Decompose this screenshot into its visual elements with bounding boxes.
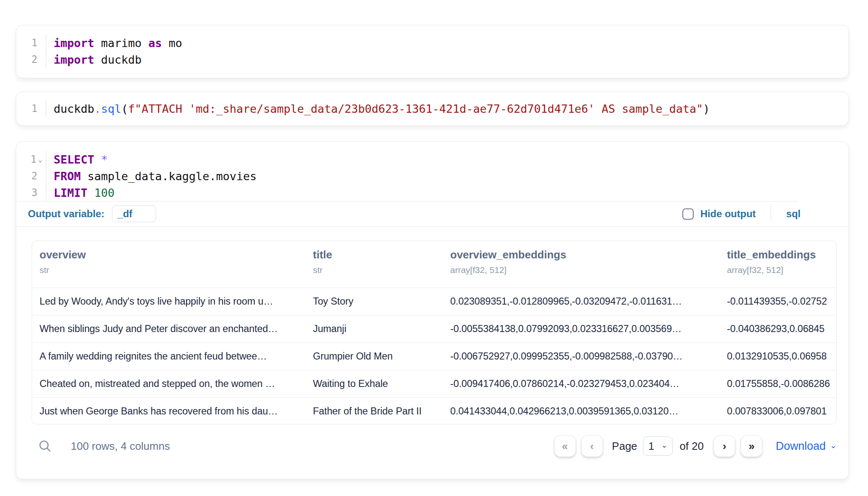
code-token: as	[149, 37, 162, 50]
table-row[interactable]: Just when George Banks has recovered fro…	[32, 397, 836, 424]
code-cell-imports[interactable]: 1 import marimo as mo 2 import duckdb	[16, 25, 849, 78]
table-row[interactable]: A family wedding reignites the ancient f…	[32, 342, 836, 370]
code-line[interactable]: 2 FROM sample_data.kaggle.movies	[16, 168, 848, 184]
download-label: Download	[776, 440, 826, 453]
cell-overview: Just when George Banks has recovered fro…	[32, 406, 305, 417]
code-token: f"ATTACH 'md:_share/sample_data/23b0d623…	[128, 102, 703, 115]
cell-overview-embeddings: 0.023089351,-0.012809965,-0.03209472,-0.…	[443, 296, 719, 307]
code-token: LIMIT	[54, 186, 87, 199]
cell-overview-embeddings: -0.006752927,0.099952355,-0.009982588,-0…	[443, 351, 719, 362]
sql-cell-footer: Output variable: Hide output sql	[16, 201, 848, 227]
download-button[interactable]: Download ⌄	[776, 440, 837, 453]
language-toggle-sql[interactable]: sql	[786, 208, 801, 220]
cell-overview: A family wedding reignites the ancient f…	[32, 351, 305, 362]
line-number: 1	[16, 100, 46, 117]
total-pages-label: of 20	[680, 440, 704, 453]
line-number: 1⌄	[16, 151, 46, 168]
code-line[interactable]: 2 import duckdb	[16, 51, 848, 68]
code-line[interactable]: 1 import marimo as mo	[16, 35, 848, 51]
cell-overview-embeddings: -0.0055384138,0.07992093,0.023316627,0.0…	[443, 323, 719, 335]
column-header-title[interactable]: title str	[305, 248, 443, 288]
chevron-down-icon: ⌄	[661, 440, 667, 450]
cell-overview-embeddings: 0.041433044,0.042966213,0.0039591365,0.0…	[443, 406, 719, 417]
column-header-overview-embeddings[interactable]: overview_embeddings array[f32, 512]	[443, 248, 719, 288]
code-cell-attach[interactable]: 1 duckdb.sql(f"ATTACH 'md:_share/sample_…	[16, 92, 849, 126]
cell-title-embeddings: -0.040386293,0.06845	[719, 323, 836, 335]
divider	[771, 206, 771, 222]
output-variable-input[interactable]	[112, 206, 156, 222]
code-text: import marimo as mo	[46, 37, 182, 50]
cell-overview: Cheated on, mistreated and stepped on, t…	[32, 378, 305, 389]
cell-title-embeddings: 0.007833006,0.097801	[719, 406, 836, 417]
page-select[interactable]: 1 ⌄	[643, 436, 673, 456]
line-number: 2	[16, 168, 46, 184]
cell-title-embeddings: -0.011439355,-0.02752	[719, 296, 836, 307]
page-select-value: 1	[648, 440, 654, 452]
first-page-button[interactable]: «	[554, 435, 576, 457]
code-text: duckdb.sql(f"ATTACH 'md:_share/sample_da…	[46, 102, 710, 115]
table-footer: 100 rows, 4 columns « ‹ Page 1 ⌄ of 20 ›…	[32, 434, 837, 459]
chevron-down-icon: ⌄	[830, 440, 837, 450]
cell-output: overview str title str overview_embeddin…	[16, 227, 848, 480]
search-icon[interactable]	[37, 439, 52, 454]
code-token: marimo	[94, 37, 149, 50]
code-text: SELECT *	[46, 153, 108, 166]
column-header-title-embeddings[interactable]: title_embeddings array[f32, 512]	[719, 248, 836, 288]
cell-title: Waiting to Exhale	[305, 378, 443, 389]
code-token	[87, 186, 94, 199]
table-row[interactable]: Led by Woody, Andy's toys live happily i…	[32, 288, 836, 315]
code-token: duckdb	[54, 102, 94, 115]
table-header-row: overview str title str overview_embeddin…	[32, 241, 836, 288]
line-number: 1	[16, 35, 46, 51]
row-count-status: 100 rows, 4 columns	[71, 440, 170, 453]
code-line[interactable]: 1 duckdb.sql(f"ATTACH 'md:_share/sample_…	[16, 100, 848, 117]
output-variable-label: Output variable:	[28, 208, 104, 220]
code-token: import	[54, 37, 94, 50]
code-token: FROM	[54, 170, 81, 183]
code-text: LIMIT 100	[46, 186, 114, 199]
code-token: )	[703, 102, 710, 115]
column-header-overview[interactable]: overview str	[32, 248, 305, 288]
code-editor[interactable]: 1⌄ SELECT * 2 FROM sample_data.kaggle.mo…	[16, 142, 848, 201]
code-token: SELECT	[54, 153, 94, 166]
code-token: mo	[162, 37, 182, 50]
code-editor[interactable]: 1 duckdb.sql(f"ATTACH 'md:_share/sample_…	[16, 92, 848, 117]
code-token: duckdb	[94, 53, 142, 66]
page-label: Page	[612, 440, 637, 453]
next-page-button[interactable]: ›	[714, 435, 735, 457]
last-page-button[interactable]: »	[741, 435, 762, 457]
code-line[interactable]: 3 LIMIT 100	[16, 184, 848, 201]
code-token: sql	[101, 102, 122, 115]
hide-output-label: Hide output	[700, 208, 756, 220]
pagination: « ‹ Page 1 ⌄ of 20 › » Download ⌄	[554, 435, 837, 457]
dataframe-table: overview str title str overview_embeddin…	[32, 241, 837, 424]
sql-cell: 1⌄ SELECT * 2 FROM sample_data.kaggle.mo…	[16, 141, 849, 479]
prev-page-button[interactable]: ‹	[581, 435, 603, 457]
code-text: import duckdb	[46, 53, 141, 66]
cell-overview-embeddings: -0.009417406,0.07860214,-0.023279453,0.0…	[443, 378, 719, 389]
code-line[interactable]: 1⌄ SELECT *	[16, 151, 848, 168]
code-token: *	[101, 153, 108, 166]
fold-chevron-icon[interactable]: ⌄	[38, 156, 42, 163]
cell-title: Toy Story	[305, 296, 443, 307]
code-token: sample_data.kaggle.movies	[81, 170, 257, 183]
cell-title-embeddings: 0.01755858,-0.0086286	[719, 378, 836, 389]
code-text: FROM sample_data.kaggle.movies	[46, 170, 257, 183]
marimo-notebook: 1 import marimo as mo 2 import duckdb 1 …	[0, 0, 868, 496]
cell-overview: Led by Woody, Andy's toys live happily i…	[32, 296, 305, 307]
cell-title: Grumpier Old Men	[305, 351, 443, 362]
line-number: 3	[16, 184, 46, 201]
cell-overview: When siblings Judy and Peter discover an…	[32, 323, 305, 335]
code-token: import	[54, 53, 94, 66]
cell-title: Jumanji	[305, 323, 443, 335]
table-row[interactable]: When siblings Judy and Peter discover an…	[32, 315, 836, 342]
code-token: .	[94, 102, 101, 115]
cell-title: Father of the Bride Part II	[305, 406, 443, 417]
hide-output-checkbox[interactable]	[682, 208, 694, 220]
code-token	[94, 153, 101, 166]
line-number: 2	[16, 51, 46, 68]
code-editor[interactable]: 1 import marimo as mo 2 import duckdb	[16, 25, 848, 68]
table-row[interactable]: Cheated on, mistreated and stepped on, t…	[32, 370, 836, 397]
cell-title-embeddings: 0.0132910535,0.06958	[719, 351, 836, 362]
code-token: 100	[94, 186, 115, 199]
